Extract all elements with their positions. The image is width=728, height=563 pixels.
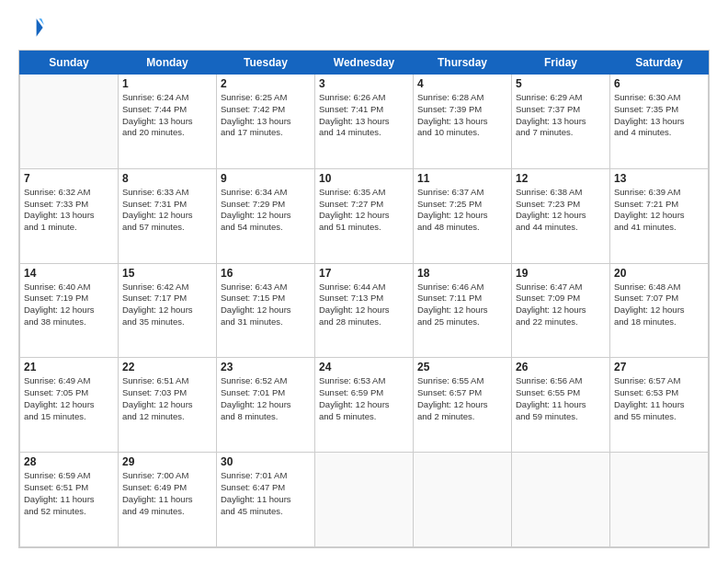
day-number: 18 — [417, 267, 507, 280]
cal-cell: 25Sunrise: 6:55 AM Sunset: 6:57 PM Dayli… — [414, 358, 512, 453]
calendar-header: SundayMondayTuesdayWednesdayThursdayFrid… — [20, 52, 709, 75]
cell-text: Sunrise: 6:59 AM Sunset: 6:51 PM Dayligh… — [24, 470, 114, 517]
cal-cell: 5Sunrise: 6:29 AM Sunset: 7:37 PM Daylig… — [512, 75, 610, 169]
cal-cell — [20, 75, 119, 169]
day-number: 5 — [516, 77, 606, 90]
day-number: 23 — [221, 361, 311, 373]
day-number: 17 — [319, 267, 409, 280]
day-number: 10 — [319, 172, 409, 185]
day-number: 11 — [417, 172, 507, 185]
week-row-1: 1Sunrise: 6:24 AM Sunset: 7:44 PM Daylig… — [20, 75, 709, 169]
week-row-2: 7Sunrise: 6:32 AM Sunset: 7:33 PM Daylig… — [20, 168, 709, 263]
day-number: 12 — [516, 172, 606, 185]
cal-cell: 11Sunrise: 6:37 AM Sunset: 7:25 PM Dayli… — [414, 168, 512, 263]
day-number: 20 — [614, 267, 704, 280]
day-number: 2 — [221, 77, 311, 90]
cal-cell: 17Sunrise: 6:44 AM Sunset: 7:13 PM Dayli… — [315, 263, 414, 358]
cell-text: Sunrise: 6:55 AM Sunset: 6:57 PM Dayligh… — [417, 375, 507, 422]
cell-text: Sunrise: 6:25 AM Sunset: 7:42 PM Dayligh… — [221, 92, 311, 139]
cell-text: Sunrise: 6:34 AM Sunset: 7:29 PM Dayligh… — [221, 187, 311, 234]
cell-text: Sunrise: 6:35 AM Sunset: 7:27 PM Dayligh… — [319, 187, 409, 234]
cell-text: Sunrise: 6:46 AM Sunset: 7:11 PM Dayligh… — [417, 282, 507, 328]
cal-cell: 22Sunrise: 6:51 AM Sunset: 7:03 PM Dayli… — [119, 358, 217, 453]
day-number: 29 — [122, 455, 212, 468]
cal-cell — [315, 453, 414, 547]
cal-cell: 13Sunrise: 6:39 AM Sunset: 7:21 PM Dayli… — [610, 168, 709, 263]
cal-cell: 1Sunrise: 6:24 AM Sunset: 7:44 PM Daylig… — [119, 75, 217, 169]
cell-text: Sunrise: 6:47 AM Sunset: 7:09 PM Dayligh… — [516, 282, 606, 328]
day-number: 16 — [221, 267, 311, 280]
day-number: 28 — [24, 455, 114, 468]
cal-cell: 2Sunrise: 6:25 AM Sunset: 7:42 PM Daylig… — [217, 75, 315, 169]
cal-cell: 12Sunrise: 6:38 AM Sunset: 7:23 PM Dayli… — [512, 168, 610, 263]
day-number: 13 — [614, 172, 704, 185]
cell-text: Sunrise: 6:44 AM Sunset: 7:13 PM Dayligh… — [319, 282, 409, 328]
cal-cell: 26Sunrise: 6:56 AM Sunset: 6:55 PM Dayli… — [512, 358, 610, 453]
cal-cell: 19Sunrise: 6:47 AM Sunset: 7:09 PM Dayli… — [512, 263, 610, 358]
cell-text: Sunrise: 6:33 AM Sunset: 7:31 PM Dayligh… — [122, 187, 212, 234]
cell-text: Sunrise: 6:32 AM Sunset: 7:33 PM Dayligh… — [24, 187, 114, 234]
cell-text: Sunrise: 6:28 AM Sunset: 7:39 PM Dayligh… — [417, 92, 507, 139]
cal-cell: 6Sunrise: 6:30 AM Sunset: 7:35 PM Daylig… — [610, 75, 709, 169]
cal-cell: 8Sunrise: 6:33 AM Sunset: 7:31 PM Daylig… — [119, 168, 217, 263]
calendar: SundayMondayTuesdayWednesdayThursdayFrid… — [18, 50, 710, 548]
day-number: 9 — [221, 172, 311, 185]
cell-text: Sunrise: 6:39 AM Sunset: 7:21 PM Dayligh… — [614, 187, 704, 234]
cal-cell — [414, 453, 512, 547]
day-header-monday: Monday — [119, 52, 217, 75]
cal-cell: 23Sunrise: 6:52 AM Sunset: 7:01 PM Dayli… — [217, 358, 315, 453]
logo-icon — [18, 15, 44, 40]
cal-cell: 27Sunrise: 6:57 AM Sunset: 6:53 PM Dayli… — [610, 358, 709, 453]
cal-cell: 18Sunrise: 6:46 AM Sunset: 7:11 PM Dayli… — [414, 263, 512, 358]
day-number: 30 — [221, 455, 311, 468]
cal-cell: 16Sunrise: 6:43 AM Sunset: 7:15 PM Dayli… — [217, 263, 315, 358]
day-number: 19 — [516, 267, 606, 280]
day-number: 25 — [417, 361, 507, 373]
day-number: 26 — [516, 361, 606, 373]
cal-cell: 15Sunrise: 6:42 AM Sunset: 7:17 PM Dayli… — [119, 263, 217, 358]
cal-cell: 14Sunrise: 6:40 AM Sunset: 7:19 PM Dayli… — [20, 263, 119, 358]
week-row-3: 14Sunrise: 6:40 AM Sunset: 7:19 PM Dayli… — [20, 263, 709, 358]
calendar-table: SundayMondayTuesdayWednesdayThursdayFrid… — [19, 51, 709, 547]
cell-text: Sunrise: 6:51 AM Sunset: 7:03 PM Dayligh… — [122, 375, 212, 422]
day-number: 21 — [24, 361, 114, 373]
cal-cell: 10Sunrise: 6:35 AM Sunset: 7:27 PM Dayli… — [315, 168, 414, 263]
day-number: 15 — [122, 267, 212, 280]
cal-cell: 9Sunrise: 6:34 AM Sunset: 7:29 PM Daylig… — [217, 168, 315, 263]
calendar-body: 1Sunrise: 6:24 AM Sunset: 7:44 PM Daylig… — [20, 75, 709, 547]
cell-text: Sunrise: 6:29 AM Sunset: 7:37 PM Dayligh… — [516, 92, 606, 139]
cell-text: Sunrise: 6:38 AM Sunset: 7:23 PM Dayligh… — [516, 187, 606, 234]
day-header-sunday: Sunday — [20, 52, 119, 75]
day-number: 8 — [122, 172, 212, 185]
cal-cell: 4Sunrise: 6:28 AM Sunset: 7:39 PM Daylig… — [414, 75, 512, 169]
cell-text: Sunrise: 6:42 AM Sunset: 7:17 PM Dayligh… — [122, 282, 212, 328]
logo — [18, 15, 48, 40]
cal-cell: 20Sunrise: 6:48 AM Sunset: 7:07 PM Dayli… — [610, 263, 709, 358]
day-number: 7 — [24, 172, 114, 185]
cell-text: Sunrise: 6:43 AM Sunset: 7:15 PM Dayligh… — [221, 282, 311, 328]
page: SundayMondayTuesdayWednesdayThursdayFrid… — [0, 0, 728, 563]
cell-text: Sunrise: 6:56 AM Sunset: 6:55 PM Dayligh… — [516, 375, 606, 422]
cell-text: Sunrise: 6:37 AM Sunset: 7:25 PM Dayligh… — [417, 187, 507, 234]
day-number: 3 — [319, 77, 409, 90]
day-header-friday: Friday — [512, 52, 610, 75]
header-row: SundayMondayTuesdayWednesdayThursdayFrid… — [20, 52, 709, 75]
cell-text: Sunrise: 6:40 AM Sunset: 7:19 PM Dayligh… — [24, 282, 114, 328]
cell-text: Sunrise: 6:30 AM Sunset: 7:35 PM Dayligh… — [614, 92, 704, 139]
cal-cell: 3Sunrise: 6:26 AM Sunset: 7:41 PM Daylig… — [315, 75, 414, 169]
day-number: 27 — [614, 361, 704, 373]
cal-cell: 30Sunrise: 7:01 AM Sunset: 6:47 PM Dayli… — [217, 453, 315, 547]
cell-text: Sunrise: 6:49 AM Sunset: 7:05 PM Dayligh… — [24, 375, 114, 422]
cell-text: Sunrise: 6:48 AM Sunset: 7:07 PM Dayligh… — [614, 282, 704, 328]
day-header-saturday: Saturday — [610, 52, 709, 75]
cal-cell: 29Sunrise: 7:00 AM Sunset: 6:49 PM Dayli… — [119, 453, 217, 547]
cal-cell: 24Sunrise: 6:53 AM Sunset: 6:59 PM Dayli… — [315, 358, 414, 453]
day-number: 22 — [122, 361, 212, 373]
day-header-wednesday: Wednesday — [315, 52, 414, 75]
day-number: 24 — [319, 361, 409, 373]
cal-cell — [512, 453, 610, 547]
header — [18, 15, 710, 40]
day-number: 4 — [417, 77, 507, 90]
cell-text: Sunrise: 7:01 AM Sunset: 6:47 PM Dayligh… — [221, 470, 311, 517]
cell-text: Sunrise: 7:00 AM Sunset: 6:49 PM Dayligh… — [122, 470, 212, 517]
